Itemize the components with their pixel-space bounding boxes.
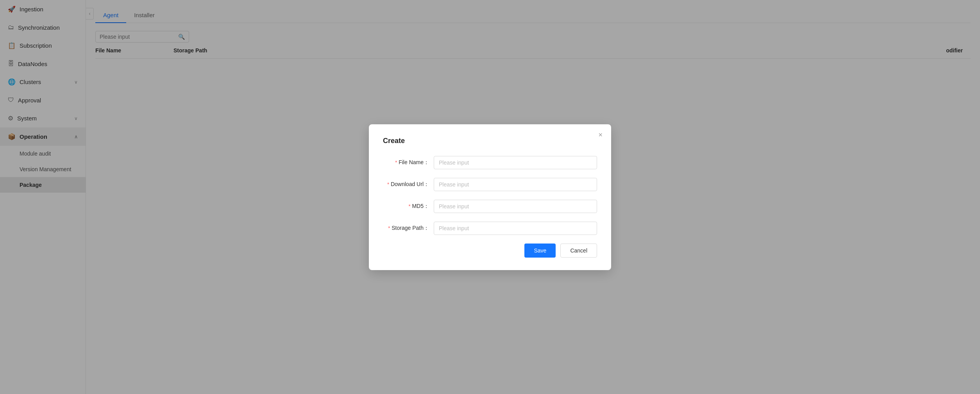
modal-overlay: Create × * File Name： * Download Url： * … bbox=[0, 0, 980, 394]
form-row-storage-path: * Storage Path： bbox=[383, 222, 597, 235]
input-file-name[interactable] bbox=[434, 156, 597, 169]
input-storage-path[interactable] bbox=[434, 222, 597, 235]
required-star: * bbox=[408, 203, 410, 209]
form-row-md5: * MD5： bbox=[383, 200, 597, 213]
input-md5[interactable] bbox=[434, 200, 597, 213]
label-file-name: * File Name： bbox=[383, 159, 434, 166]
modal-title: Create bbox=[383, 137, 597, 145]
modal-footer: Save Cancel bbox=[383, 244, 597, 258]
save-button[interactable]: Save bbox=[524, 244, 556, 258]
cancel-button[interactable]: Cancel bbox=[560, 244, 597, 258]
label-storage-path: * Storage Path： bbox=[383, 225, 434, 232]
required-star: * bbox=[387, 181, 389, 187]
input-download-url[interactable] bbox=[434, 178, 597, 191]
label-download-url: * Download Url： bbox=[383, 181, 434, 188]
required-star: * bbox=[388, 225, 390, 231]
form-row-file-name: * File Name： bbox=[383, 156, 597, 169]
close-button[interactable]: × bbox=[598, 131, 603, 138]
form-row-download-url: * Download Url： bbox=[383, 178, 597, 191]
label-md5: * MD5： bbox=[383, 203, 434, 210]
required-star: * bbox=[395, 159, 397, 165]
create-modal: Create × * File Name： * Download Url： * … bbox=[369, 124, 611, 270]
